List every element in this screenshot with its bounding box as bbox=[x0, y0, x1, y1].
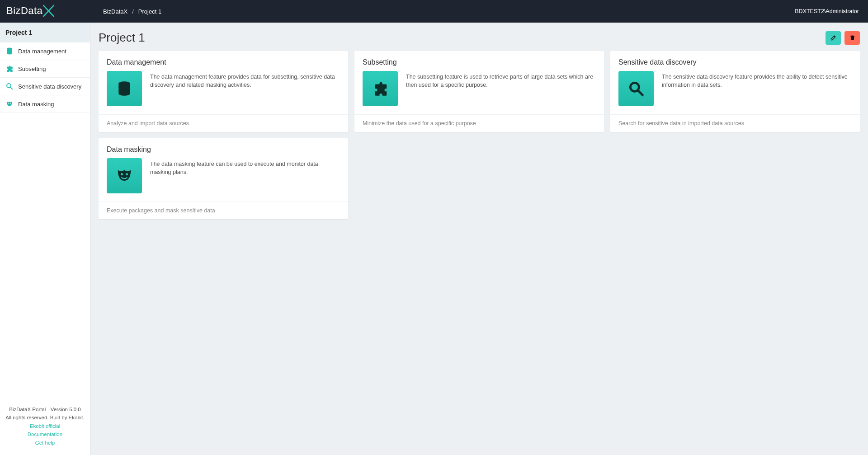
mask-icon bbox=[5, 100, 14, 108]
card-title: Sensitive data discovery bbox=[610, 51, 860, 71]
page-header: Project 1 bbox=[99, 31, 860, 45]
card-footer: Search for sensitive data in imported da… bbox=[610, 114, 860, 132]
card-description: The subsetting feature is used to retrie… bbox=[406, 71, 596, 106]
card-sensitive-data-discovery[interactable]: Sensitive data discovery The sensitive d… bbox=[610, 51, 860, 132]
sidebar-item-label: Data management bbox=[18, 48, 66, 55]
sidebar-item-label: Subsetting bbox=[18, 66, 46, 72]
bizdatax-logo-icon: BizData bbox=[6, 4, 75, 19]
footer-link-docs[interactable]: Documentation bbox=[3, 430, 87, 438]
card-title: Subsetting bbox=[354, 51, 604, 71]
card-footer: Analyze and import data sources bbox=[99, 114, 348, 132]
svg-point-6 bbox=[8, 103, 9, 103]
mask-icon bbox=[107, 158, 142, 193]
card-description: The data masking feature can be used to … bbox=[150, 158, 340, 193]
breadcrumb-root[interactable]: BizDataX bbox=[103, 8, 127, 15]
feature-cards: Data management The data management feat… bbox=[99, 51, 860, 219]
breadcrumb-separator: / bbox=[132, 8, 134, 15]
svg-line-10 bbox=[638, 91, 643, 96]
card-footer: Execute packages and mask sensitive data bbox=[99, 202, 348, 219]
breadcrumb-current: Project 1 bbox=[138, 8, 161, 15]
footer-link-official[interactable]: Ekobit official bbox=[3, 422, 87, 430]
footer-copyright: All rights reserved. Built by Ekobit. bbox=[3, 413, 87, 422]
footer-link-help[interactable]: Get help bbox=[3, 439, 87, 447]
delete-project-button[interactable] bbox=[844, 31, 860, 45]
sidebar-footer: BizDataX Portal - Version 5.0.0 All righ… bbox=[0, 401, 90, 455]
database-icon bbox=[107, 71, 142, 106]
svg-point-4 bbox=[7, 84, 11, 88]
card-title: Data masking bbox=[99, 138, 348, 158]
edit-project-button[interactable] bbox=[826, 31, 841, 45]
card-description: The data management feature provides dat… bbox=[150, 71, 340, 106]
edit-icon bbox=[830, 34, 837, 41]
database-icon bbox=[5, 47, 14, 55]
card-data-management[interactable]: Data management The data management feat… bbox=[99, 51, 348, 132]
main-content: Project 1 Data management The data manag… bbox=[90, 23, 868, 455]
user-identity[interactable]: BDXTEST2\Administrator bbox=[795, 8, 859, 14]
search-icon bbox=[618, 71, 654, 106]
footer-version: BizDataX Portal - Version 5.0.0 bbox=[3, 405, 87, 413]
page-title: Project 1 bbox=[99, 31, 145, 45]
topbar: BizData BizDataX / Project 1 BDXTEST2\Ad… bbox=[0, 0, 868, 23]
card-description: The sensitive data discovery feature pro… bbox=[662, 71, 852, 106]
sidebar-item-label: Sensitive data discovery bbox=[18, 83, 81, 90]
sidebar-item-subsetting[interactable]: Subsetting bbox=[0, 60, 90, 78]
sidebar: Project 1 Data management Subsetting Sen… bbox=[0, 23, 90, 455]
sidebar-item-data-management[interactable]: Data management bbox=[0, 42, 90, 60]
puzzle-icon bbox=[5, 65, 14, 73]
app-logo[interactable]: BizData bbox=[0, 0, 90, 23]
svg-line-5 bbox=[10, 87, 13, 89]
svg-point-9 bbox=[630, 83, 639, 91]
sidebar-item-label: Data masking bbox=[18, 101, 54, 108]
card-subsetting[interactable]: Subsetting The subsetting feature is use… bbox=[354, 51, 604, 132]
sidebar-project-title[interactable]: Project 1 bbox=[0, 23, 90, 42]
breadcrumb: BizDataX / Project 1 bbox=[90, 8, 161, 15]
svg-point-7 bbox=[10, 103, 11, 103]
svg-point-11 bbox=[121, 173, 123, 175]
trash-icon bbox=[849, 34, 856, 41]
card-title: Data management bbox=[99, 51, 348, 71]
svg-text:BizData: BizData bbox=[6, 5, 43, 16]
search-icon bbox=[5, 82, 14, 90]
card-data-masking[interactable]: Data masking The data masking feature ca… bbox=[99, 138, 348, 219]
sidebar-item-sensitive-data-discovery[interactable]: Sensitive data discovery bbox=[0, 78, 90, 95]
puzzle-icon bbox=[363, 71, 398, 106]
card-footer: Minimize the data used for a specific pu… bbox=[354, 114, 604, 132]
sidebar-item-data-masking[interactable]: Data masking bbox=[0, 95, 90, 113]
svg-point-12 bbox=[126, 173, 128, 175]
